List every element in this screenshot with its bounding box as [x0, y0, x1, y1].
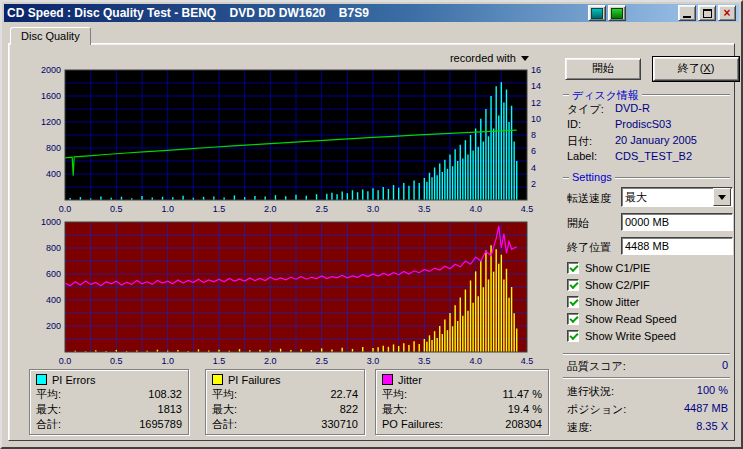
stat-value: 822 [340, 402, 358, 417]
checkbox-label: Show Jitter [585, 296, 639, 308]
stat-label: 合計: [36, 417, 61, 432]
stat-label: 最大: [382, 402, 407, 417]
checkbox-label: Show C1/PIE [585, 262, 650, 274]
svg-text:1200: 1200 [41, 117, 61, 127]
progress-label: 進行状況: [567, 384, 614, 399]
start-position-input[interactable] [621, 213, 733, 231]
checkbox[interactable] [567, 296, 579, 308]
maximize-icon [703, 9, 712, 18]
recorded-with-label: recorded with [450, 52, 516, 64]
speed-value: 8.35 X [696, 420, 728, 432]
show-c1-pie-checkbox[interactable]: Show C1/PIE [567, 261, 650, 275]
svg-text:800: 800 [46, 143, 61, 153]
stat-label: 平均: [212, 387, 237, 402]
stat-label: 最大: [36, 402, 61, 417]
chevron-down-icon [521, 56, 529, 61]
disc-icon [611, 8, 623, 19]
check-icon [569, 263, 578, 272]
svg-text:4.5: 4.5 [521, 356, 534, 366]
disc-quality-page: recorded with 20001600120080040016141210… [8, 43, 735, 441]
disc-id-label: ID: [567, 118, 581, 130]
minimize-icon [683, 16, 691, 18]
disc-id-value: ProdiscS03 [615, 118, 671, 130]
svg-text:2.5: 2.5 [315, 356, 328, 366]
jitter-title: Jitter [398, 374, 422, 386]
position-value: 4487 MB [684, 402, 728, 414]
start-button[interactable]: 開始 [565, 58, 641, 80]
checkbox-label: Show Read Speed [585, 313, 677, 325]
transfer-speed-select[interactable]: 最大 [621, 187, 733, 207]
exit-mnemonic: X [703, 62, 710, 74]
svg-text:14: 14 [531, 81, 541, 91]
exit-button[interactable]: 終了(X) [653, 57, 739, 81]
svg-text:1600: 1600 [41, 91, 61, 101]
svg-text:16: 16 [531, 65, 541, 75]
checkbox[interactable] [567, 313, 579, 325]
stat-value: 108.32 [148, 387, 182, 402]
svg-text:3.0: 3.0 [367, 356, 380, 366]
svg-text:1.5: 1.5 [213, 356, 226, 366]
start-position-label: 開始 [567, 216, 589, 231]
graph-export-button[interactable] [588, 5, 606, 21]
minimize-button[interactable] [678, 5, 696, 21]
svg-text:1000: 1000 [41, 217, 61, 227]
combo-drop-button[interactable] [713, 188, 731, 206]
stat-label: 合計: [212, 417, 237, 432]
checkbox[interactable] [567, 262, 579, 274]
maximize-button[interactable] [698, 5, 716, 21]
svg-text:1.0: 1.0 [161, 356, 174, 366]
svg-text:2.5: 2.5 [315, 204, 328, 214]
pi-failures-swatch [212, 374, 223, 385]
svg-text:0.0: 0.0 [59, 204, 72, 214]
stat-label: 平均: [36, 387, 61, 402]
svg-text:200: 200 [46, 321, 61, 331]
svg-text:3.0: 3.0 [367, 204, 380, 214]
show-read-speed-checkbox[interactable]: Show Read Speed [567, 312, 677, 326]
svg-text:400: 400 [46, 295, 61, 305]
stat-value: 330710 [321, 417, 358, 432]
disc-type-value: DVD-R [615, 102, 650, 114]
svg-text:4.0: 4.0 [469, 204, 482, 214]
svg-text:600: 600 [46, 269, 61, 279]
svg-text:3.5: 3.5 [418, 356, 431, 366]
svg-text:4: 4 [531, 163, 536, 173]
close-icon: × [723, 8, 730, 19]
svg-text:2.0: 2.0 [264, 204, 277, 214]
show-write-speed-checkbox[interactable]: Show Write Speed [567, 329, 676, 343]
check-icon [569, 280, 578, 289]
show-c2-pif-checkbox[interactable]: Show C2/PIF [567, 278, 650, 292]
tab-disc-quality[interactable]: Disc Quality [10, 27, 91, 45]
svg-text:2.0: 2.0 [264, 356, 277, 366]
end-position-input[interactable] [621, 237, 733, 255]
checkbox-label: Show C2/PIF [585, 279, 650, 291]
show-jitter-checkbox[interactable]: Show Jitter [567, 295, 639, 309]
check-icon [569, 331, 578, 340]
svg-text:800: 800 [46, 243, 61, 253]
stat-label: PO Failures: [382, 417, 443, 432]
pi-errors-speed-chart: 2000160012008004001614121086420.00.51.01… [11, 56, 551, 216]
stat-label: 最大: [212, 402, 237, 417]
app-window: CD Speed : Disc Quality Test - BENQ DVD … [0, 0, 743, 449]
disc-date-label: 日付: [567, 134, 592, 149]
stat-value: 22.74 [330, 387, 358, 402]
stat-value: 1813 [158, 402, 182, 417]
svg-text:4.0: 4.0 [469, 356, 482, 366]
transfer-speed-label: 転送速度 [567, 191, 611, 206]
checkbox[interactable] [567, 279, 579, 291]
graph-icon [591, 8, 603, 19]
recorded-with-dropdown[interactable]: recorded with [369, 52, 529, 64]
end-position-label: 終了位置 [567, 240, 611, 255]
svg-text:0.5: 0.5 [110, 204, 123, 214]
stat-value: 1695789 [139, 417, 182, 432]
save-button[interactable] [608, 5, 626, 21]
position-label: ポジション: [567, 402, 626, 417]
title-bar: CD Speed : Disc Quality Test - BENQ DVD … [4, 4, 739, 22]
checkbox[interactable] [567, 330, 579, 342]
svg-text:1.5: 1.5 [213, 204, 226, 214]
close-button[interactable]: × [718, 5, 736, 21]
quality-score-label: 品質スコア: [567, 359, 626, 374]
titlebar-spacer [626, 13, 676, 14]
progress-value: 100 % [697, 384, 728, 396]
window-title: CD Speed : Disc Quality Test - BENQ DVD … [7, 6, 586, 20]
chevron-down-icon [718, 195, 726, 200]
